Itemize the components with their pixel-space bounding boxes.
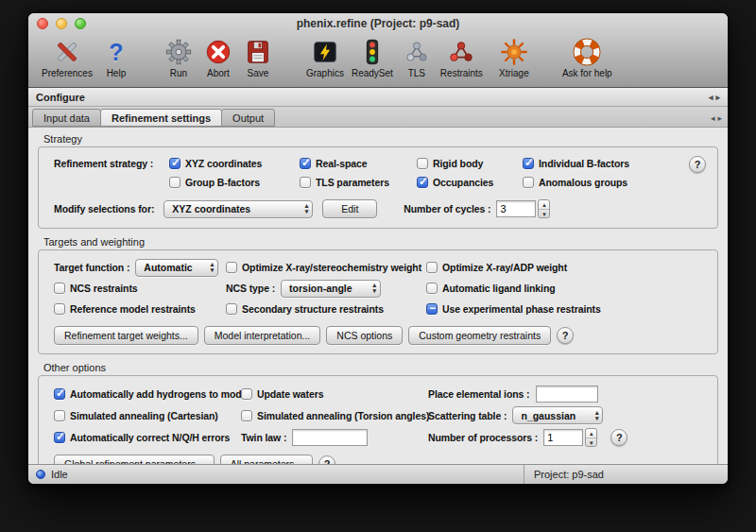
checkbox-xyz-coordinates[interactable]: XYZ coordinates (169, 158, 300, 169)
checkbox-real-space[interactable]: Real-space (300, 158, 417, 169)
toolbar-button-ask-for-help[interactable]: Ask for help (558, 37, 616, 78)
minimize-button[interactable] (56, 18, 67, 29)
scattering-table-label: Scattering table : (428, 410, 507, 421)
stepper-up-icon[interactable]: ▴ (539, 200, 549, 210)
number-of-cycles-input[interactable] (496, 200, 536, 217)
checkbox-box (417, 158, 428, 169)
custom-geometry-restraints-button[interactable]: Custom geometry restraints (408, 326, 551, 345)
checkbox-update-waters[interactable]: Update waters (241, 388, 428, 400)
stepper-down-icon[interactable]: ▾ (586, 438, 596, 447)
ncs-type-label: NCS type : (226, 283, 275, 294)
modify-selections-dropdown[interactable]: XYZ coordinates ▴▾ (163, 200, 313, 218)
group-title-targets: Targets and weighting (43, 236, 720, 248)
checkbox-tls-parameters[interactable]: TLS parameters (300, 177, 417, 188)
save-icon (242, 37, 274, 67)
processors-stepper[interactable]: ▴▾ (585, 428, 597, 447)
stepper-down-icon[interactable]: ▾ (539, 210, 549, 218)
scroll-left-icon[interactable]: ◂ (711, 113, 715, 123)
checkbox-reference-model-restraints[interactable]: Reference model restraints (54, 303, 226, 315)
checkbox-use-experimental-phase-restraints[interactable]: Use experimental phase restraints (426, 303, 706, 315)
phenix-refine-window: phenix.refine (Project: p9-sad) Preferen… (28, 13, 728, 484)
pane-scroll-arrows: ◂ ▸ (709, 93, 720, 102)
scattering-table-dropdown[interactable]: n_gaussian ▴▾ (512, 406, 603, 424)
checkbox-occupancies[interactable]: Occupancies (417, 177, 523, 188)
twin-law-label: Twin law : (241, 432, 286, 443)
ncs-options-button[interactable]: NCS options (326, 326, 403, 345)
target-function-dropdown[interactable]: Automatic ▴▾ (135, 259, 218, 277)
checkbox-optimize-xray-stereochemistry-weight[interactable]: Optimize X-ray/stereochemistry weight (226, 262, 426, 273)
status-left: Idle (28, 465, 524, 484)
checkbox-optimize-xray-adp-weight[interactable]: Optimize X-ray/ADP weight (426, 262, 706, 273)
processors-help-button[interactable]: ? (610, 429, 627, 446)
toolbar-button-xtriage[interactable]: Xtriage (494, 37, 534, 78)
toolbar-button-graphics[interactable]: Graphics (302, 37, 348, 78)
scroll-right-icon[interactable]: ▸ (717, 113, 722, 123)
all-parameters-button[interactable]: All parameters... (220, 455, 313, 464)
tab-input-data[interactable]: Input data (32, 109, 101, 127)
checkbox-label: Simulated annealing (Torsion angles) (257, 410, 429, 421)
traffic-light-icon (356, 37, 388, 67)
toolbar-button-run[interactable]: Run (159, 37, 198, 78)
tab-output[interactable]: Output (221, 109, 275, 127)
number-of-processors-input[interactable] (543, 429, 583, 446)
other-help-button[interactable]: ? (318, 455, 335, 464)
checkbox-label: Optimize X-ray/stereochemistry weight (242, 262, 421, 273)
close-button[interactable] (37, 18, 48, 29)
checkbox-ncs-restraints[interactable]: NCS restraints (54, 283, 226, 294)
number-of-cycles-label: Number of cycles : (404, 203, 490, 215)
global-refinement-parameters-button[interactable]: Global refinement parameters... (54, 455, 215, 464)
dropdown-value: torsion-angle (289, 283, 352, 294)
zoom-button[interactable] (75, 18, 86, 29)
checkbox-individual-b-factors[interactable]: Individual B-factors (523, 158, 706, 169)
checkbox-box (300, 177, 311, 188)
ncs-type-dropdown[interactable]: torsion-angle ▴▾ (281, 280, 381, 298)
toolbar-button-readyset[interactable]: ReadySet (348, 37, 397, 78)
gear-icon (163, 37, 195, 67)
checkbox-anomalous-groups[interactable]: Anomalous groups (523, 177, 706, 188)
toolbar-button-save[interactable]: Save (238, 37, 278, 78)
tab-refinement-settings[interactable]: Refinement settings (100, 109, 222, 127)
checkbox-automatically-correct-nqh[interactable]: Automatically correct N/Q/H errors (54, 432, 241, 443)
other-options-section: Other options Automatically add hydrogen… (36, 362, 720, 464)
checkbox-label: Individual B-factors (539, 158, 629, 169)
targets-help-button[interactable]: ? (557, 327, 574, 344)
graphics-icon (309, 37, 341, 67)
refinement-strategy-label: Refinement strategy : (54, 158, 169, 169)
model-interpretation-button[interactable]: Model interpretation... (204, 326, 321, 345)
toolbar-button-abort[interactable]: Abort (198, 37, 238, 78)
place-elemental-ions-input[interactable] (536, 386, 598, 403)
restraints-molecule-icon (445, 37, 477, 67)
checkbox-box (54, 388, 65, 400)
checkbox-simulated-annealing-cartesian[interactable]: Simulated annealing (Cartesian) (54, 410, 241, 421)
target-function-label: Target function : (54, 262, 129, 273)
scroll-left-icon[interactable]: ◂ (709, 93, 713, 102)
refinement-target-weights-button[interactable]: Refinement target weights... (54, 326, 198, 345)
checkbox-label: Group B-factors (185, 177, 260, 188)
checkbox-group-b-factors[interactable]: Group B-factors (169, 177, 300, 188)
toolbar-button-restraints[interactable]: Restraints (437, 37, 487, 78)
toolbar-button-help[interactable]: ? Help (96, 37, 136, 78)
modify-selections-label: Modify selections for: (54, 203, 154, 215)
checkbox-automatically-add-hydrogens[interactable]: Automatically add hydrogens to model (54, 388, 241, 400)
checkbox-rigid-body[interactable]: Rigid body (417, 158, 523, 169)
checkbox-box (169, 158, 180, 169)
edit-button[interactable]: Edit (322, 199, 377, 218)
checkbox-label: Automatically correct N/Q/H errors (70, 432, 230, 443)
checkbox-simulated-annealing-torsion[interactable]: Simulated annealing (Torsion angles) (241, 410, 428, 421)
twin-law-input[interactable] (292, 429, 368, 446)
title-bar[interactable]: phenix.refine (Project: p9-sad) (28, 13, 728, 34)
toolbar-label: Preferences (42, 68, 93, 78)
toolbar-button-preferences[interactable]: Preferences (38, 37, 96, 78)
checkbox-automatic-ligand-linking[interactable]: Automatic ligand linking (426, 283, 706, 294)
targets-row-3: Reference model restraints Secondary str… (54, 299, 706, 319)
scroll-right-icon[interactable]: ▸ (715, 93, 720, 102)
chevron-up-down-icon: ▴▾ (211, 262, 215, 273)
cycles-stepper[interactable]: ▴▾ (538, 199, 550, 218)
strategy-row-1: Refinement strategy : XYZ coordinates Re… (54, 154, 706, 173)
checkbox-secondary-structure-restraints[interactable]: Secondary structure restraints (226, 303, 426, 315)
status-bar: Idle Project: p9-sad (28, 464, 728, 484)
stepper-up-icon[interactable]: ▴ (586, 429, 596, 438)
strategy-help-button[interactable]: ? (689, 156, 706, 173)
toolbar-button-tls[interactable]: TLS (397, 37, 437, 78)
checkbox-box (226, 303, 237, 315)
